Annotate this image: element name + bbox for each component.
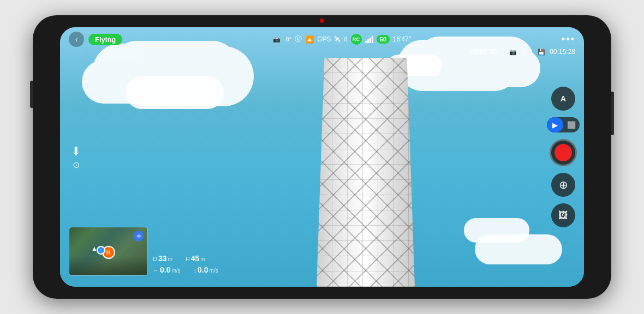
mini-map-container[interactable]: ✛ H ▲ <box>69 227 148 276</box>
signal-count: 8 <box>344 36 347 43</box>
video-icon: ▶ <box>552 121 558 129</box>
screen: ‹ Flying 📷 -8° Ⓥ 🔼 GPS 🛰 8 RC <box>60 27 584 287</box>
vert-speed-unit: m/s <box>210 267 218 275</box>
height-value: 45 <box>191 253 200 264</box>
horiz-speed-value: 0.0 <box>160 264 170 276</box>
joystick-button[interactable]: ⊕ <box>551 173 575 197</box>
signal-bar-1 <box>365 41 367 43</box>
cloud-2 <box>126 76 224 109</box>
signal-strength <box>365 35 373 43</box>
signal-bar-4 <box>372 36 373 43</box>
satellite-icon: 🛰 <box>334 35 341 43</box>
telemetry-panel: D 33 m H 45 m ↔ 0.0 m/s ↕ 0.0 <box>153 253 218 276</box>
distance-label: D <box>153 255 157 264</box>
mini-map: ✛ H ▲ <box>69 227 147 275</box>
phone-shell: ‹ Flying 📷 -8° Ⓥ 🔼 GPS 🛰 8 RC <box>33 15 611 299</box>
return-home-indicator[interactable]: ⬇ ⊙ <box>71 144 81 170</box>
gallery-button[interactable]: 🖼 <box>551 203 575 227</box>
recording-time: 00:15:28 <box>550 48 575 56</box>
hud-top-bar: ‹ Flying 📷 -8° Ⓥ 🔼 GPS 🛰 8 RC <box>60 27 584 49</box>
compass-symbol: ✛ <box>136 233 141 240</box>
flight-time: 16'47'' <box>393 35 412 43</box>
camera-dot <box>320 19 324 23</box>
down-arrow-icon: ⬇ <box>71 144 81 159</box>
hud-top-left: ‹ Flying <box>69 32 122 47</box>
terrain-overlay <box>69 256 147 275</box>
hud-status-icons: 📷 -8° Ⓥ 🔼 GPS 🛰 8 RC 50 <box>273 34 411 45</box>
home-label: H <box>106 250 110 256</box>
gallery-icon: 🖼 <box>558 210 568 221</box>
photo-mode-button[interactable]: ⬜ <box>563 117 580 132</box>
joystick-icon: ⊕ <box>559 178 568 191</box>
photo-mode-icon: ⬜ <box>567 121 576 129</box>
more-options-button[interactable]: ••• <box>562 34 575 45</box>
phone-notch <box>267 15 377 24</box>
landing-icon: ⊙ <box>73 160 80 170</box>
home-triangle-icon: ▲ <box>91 245 98 252</box>
gps-label: GPS <box>317 35 331 43</box>
signal-bar-2 <box>367 39 369 43</box>
mode-toggle[interactable]: ▶ ⬜ <box>547 117 580 132</box>
divider-1: | <box>502 48 504 56</box>
back-button[interactable]: ‹ <box>69 32 84 47</box>
tower-surface <box>317 58 415 287</box>
telemetry-row-1: D 33 m H 45 m <box>153 253 218 264</box>
distance-unit: m <box>168 255 172 263</box>
height-unit: m <box>200 255 205 263</box>
horiz-speed-display: ↔ 0.0 m/s <box>153 264 181 276</box>
v-circle-icon: Ⓥ <box>295 34 302 44</box>
nav-icon: 🔼 <box>305 35 314 44</box>
horiz-speed-label: ↔ <box>153 266 159 275</box>
tower-body <box>317 58 415 287</box>
map-compass-icon: ✛ <box>133 231 144 241</box>
vert-speed-label: ↕ <box>194 266 197 275</box>
horiz-speed-unit: m/s <box>171 267 180 275</box>
signal-bar-3 <box>369 38 371 43</box>
right-controls-panel: A ▶ ⬜ ⊕ 🖼 <box>547 87 580 227</box>
photo-count: 0 <box>521 48 525 56</box>
drone-position-marker <box>97 246 105 255</box>
height-label: H <box>186 255 190 264</box>
divider-2: | <box>530 48 532 56</box>
photo-icon: 📷 <box>509 49 517 56</box>
camera-icon: 📷 <box>273 36 281 43</box>
rc-badge: RC <box>351 34 362 45</box>
sd-icon: 💾 <box>538 49 545 56</box>
video-resolution: 1080P 30 <box>469 48 497 56</box>
tower-lattice <box>317 58 415 287</box>
hud-status-row: 1080P 30 | 📷 0 | 💾 00:15:28 <box>469 48 575 56</box>
record-button[interactable] <box>550 139 577 166</box>
telemetry-row-2: ↔ 0.0 m/s ↕ 0.0 m/s <box>153 264 218 276</box>
record-indicator <box>554 144 572 161</box>
flying-status-badge: Flying <box>88 34 122 45</box>
tower <box>311 58 420 287</box>
back-icon: ‹ <box>75 35 78 44</box>
vert-speed-value: 0.0 <box>198 264 208 276</box>
distance-display: D 33 m <box>153 253 172 264</box>
camera-angle: -8° <box>284 36 291 43</box>
battery-level: 50 <box>377 35 390 44</box>
cloud-5 <box>464 218 529 243</box>
auto-icon: A <box>560 94 566 103</box>
height-display: H 45 m <box>186 253 205 264</box>
video-mode-button[interactable]: ▶ <box>547 117 563 132</box>
distance-value: 33 <box>158 253 167 264</box>
vert-speed-display: ↕ 0.0 m/s <box>194 264 218 276</box>
auto-mode-button[interactable]: A <box>551 87 575 111</box>
